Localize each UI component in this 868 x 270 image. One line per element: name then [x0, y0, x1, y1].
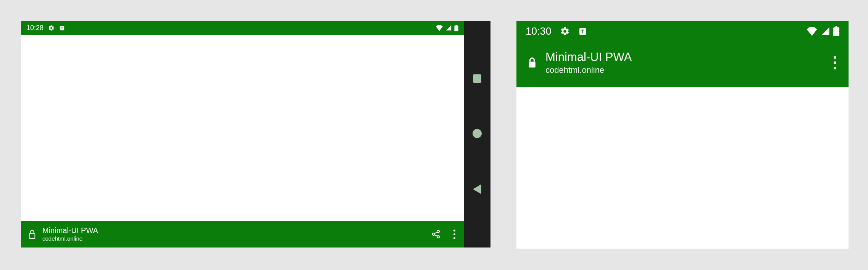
- gear-icon: [560, 26, 570, 36]
- back-button[interactable]: [473, 184, 481, 194]
- status-left-group: 10:30: [526, 26, 587, 37]
- wifi-icon: [436, 25, 443, 31]
- status-right-group: [436, 25, 458, 31]
- battery-icon: [454, 25, 458, 31]
- app-title: Minimal-UI PWA: [42, 226, 431, 235]
- text-box-icon: [578, 27, 587, 36]
- svg-line-8: [435, 235, 437, 236]
- svg-point-6: [437, 236, 439, 238]
- status-time: 10:28: [26, 24, 44, 32]
- lock-icon: [527, 56, 537, 69]
- more-vertical-icon[interactable]: [832, 55, 838, 71]
- gear-icon: [48, 25, 55, 31]
- device-landscape: 10:28: [21, 21, 490, 248]
- status-bar: 10:30: [516, 21, 849, 42]
- app-domain: codehtml.online: [42, 235, 431, 243]
- cell-signal-icon: [445, 25, 452, 31]
- svg-point-5: [432, 233, 435, 235]
- more-vertical-icon[interactable]: [452, 228, 457, 241]
- home-button[interactable]: [473, 129, 482, 138]
- svg-rect-10: [833, 27, 839, 36]
- svg-rect-12: [529, 62, 535, 68]
- app-title: Minimal-UI PWA: [545, 50, 832, 65]
- svg-line-7: [435, 232, 437, 234]
- app-bar-text: Minimal-UI PWA codehtml.online: [42, 226, 431, 243]
- device-portrait: 10:30 Minimal-UI PWA codehtml: [516, 21, 849, 249]
- svg-rect-11: [835, 26, 837, 28]
- app-domain: codehtml.online: [545, 65, 832, 76]
- app-bar: Minimal-UI PWA codehtml.online: [21, 221, 464, 248]
- svg-point-4: [437, 230, 439, 233]
- status-right-group: [806, 26, 839, 36]
- webview-content[interactable]: [21, 35, 464, 221]
- svg-rect-3: [29, 233, 35, 238]
- svg-rect-2: [456, 25, 457, 26]
- svg-rect-1: [454, 25, 458, 31]
- cell-signal-icon: [821, 27, 830, 36]
- app-bar-text: Minimal-UI PWA codehtml.online: [545, 50, 832, 76]
- status-left-group: 10:28: [26, 24, 65, 32]
- wifi-icon: [806, 27, 818, 36]
- battery-icon: [833, 26, 839, 36]
- system-navbar: [464, 21, 490, 248]
- app-bar-actions: [431, 228, 457, 241]
- text-box-icon: [59, 25, 65, 31]
- webview-content[interactable]: [516, 87, 849, 249]
- app-bar: Minimal-UI PWA codehtml.online: [516, 42, 849, 87]
- lock-icon: [28, 229, 36, 239]
- status-time: 10:30: [526, 26, 552, 37]
- share-icon[interactable]: [431, 230, 440, 239]
- status-bar: 10:28: [21, 21, 464, 35]
- overview-button[interactable]: [473, 74, 481, 83]
- device-main-area: 10:28: [21, 21, 464, 248]
